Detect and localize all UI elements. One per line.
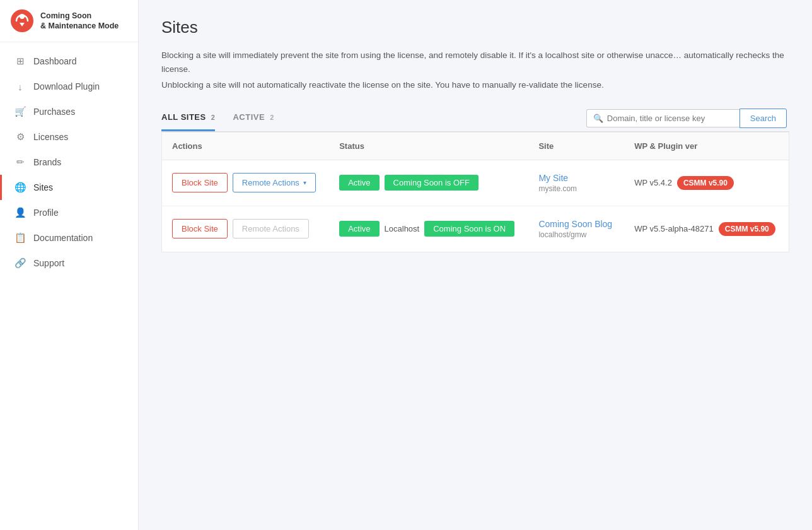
row2-site-cell: Coming Soon Blog localhost/gmw [528, 206, 624, 252]
dashboard-icon: ⊞ [14, 56, 26, 67]
description-1: Blocking a site will immediately prevent… [161, 49, 789, 76]
sidebar-item-documentation[interactable]: 📋 Documentation [0, 225, 138, 250]
row1-active-badge: Active [339, 175, 379, 191]
row2-site-link[interactable]: Coming Soon Blog [538, 219, 612, 229]
main-content: Sites Blocking a site will immediately p… [139, 0, 812, 530]
sidebar-item-label: Documentation [33, 233, 93, 243]
row1-actions-cell: Block Site Remote Actions ▾ [162, 160, 330, 206]
sidebar-item-dashboard[interactable]: ⊞ Dashboard [0, 49, 138, 74]
row1-remote-actions-button[interactable]: Remote Actions ▾ [233, 173, 316, 192]
sidebar-item-label: Brands [33, 157, 61, 167]
row1-status-cell: Active Coming Soon is OFF [329, 160, 528, 206]
tab-active-count: 2 [270, 114, 274, 121]
row1-site-cell: My Site mysite.com [528, 160, 624, 206]
page-title: Sites [161, 18, 789, 37]
tab-active-label: ACTIVE [233, 112, 265, 122]
row2-block-site-button[interactable]: Block Site [172, 219, 228, 238]
row2-coming-soon-badge: Coming Soon is ON [424, 221, 514, 237]
table-row: Block Site Remote Actions ▾ Active Comin… [162, 160, 789, 206]
row1-site-url: mysite.com [538, 184, 614, 193]
sidebar-item-label: Purchases [33, 107, 75, 117]
purchases-icon: 🛒 [14, 106, 26, 117]
download-icon: ↓ [14, 81, 26, 92]
row1-actions: Block Site Remote Actions ▾ [172, 173, 319, 192]
tab-all-sites[interactable]: ALL SITES 2 [161, 106, 215, 131]
row2-version: WP v5.5-alpha-48271 CSMM v5.90 [634, 222, 779, 236]
row1-coming-soon-badge: Coming Soon is OFF [385, 175, 478, 191]
sidebar-item-support[interactable]: 🔗 Support [0, 250, 138, 276]
sidebar-logo: Coming Soon & Maintenance Mode [0, 0, 138, 42]
sites-icon: 🌐 [14, 182, 26, 193]
content-area: Sites Blocking a site will immediately p… [139, 0, 812, 530]
row1-version: WP v5.4.2 CSMM v5.90 [634, 176, 779, 190]
row2-status: Active Localhost Coming Soon is ON [339, 221, 518, 237]
logo-line2: & Maintenance Mode [40, 21, 119, 31]
sidebar-item-label: Support [33, 258, 64, 268]
logo-line1: Coming Soon [40, 11, 119, 21]
sidebar-item-purchases[interactable]: 🛒 Purchases [0, 99, 138, 124]
row1-remote-label: Remote Actions [242, 178, 299, 187]
sidebar-item-label: Dashboard [33, 56, 77, 66]
search-area: 🔍 Search [586, 109, 787, 128]
search-input[interactable] [607, 114, 733, 123]
col-status: Status [329, 132, 528, 160]
row2-actions-cell: Block Site Remote Actions [162, 206, 330, 252]
profile-icon: 👤 [14, 207, 26, 218]
sidebar-item-sites[interactable]: 🌐 Sites [0, 175, 138, 200]
sidebar-item-licenses[interactable]: ⚙ Licenses [0, 124, 138, 150]
sidebar-item-label: Download Plugin [33, 81, 100, 91]
svg-point-0 [11, 9, 33, 32]
sites-table: Actions Status Site WP & Plugin ver Bloc… [161, 132, 789, 252]
row1-block-site-button[interactable]: Block Site [172, 173, 228, 192]
row2-csmm-badge: CSMM v5.90 [719, 222, 775, 236]
row1-status: Active Coming Soon is OFF [339, 175, 518, 191]
col-site: Site [528, 132, 624, 160]
tabs-row: ALL SITES 2 ACTIVE 2 🔍 Search [161, 106, 789, 132]
licenses-icon: ⚙ [14, 131, 26, 143]
search-icon: 🔍 [593, 114, 603, 123]
search-button[interactable]: Search [740, 109, 787, 128]
row2-actions: Block Site Remote Actions [172, 219, 319, 238]
tab-all-sites-count: 2 [211, 114, 216, 121]
sidebar-item-label: Profile [33, 208, 59, 218]
table-row: Block Site Remote Actions Active Localho… [162, 206, 789, 252]
sidebar-nav: ⊞ Dashboard ↓ Download Plugin 🛒 Purchase… [0, 42, 138, 530]
support-icon: 🔗 [14, 257, 26, 269]
sidebar: Coming Soon & Maintenance Mode ⊞ Dashboa… [0, 0, 139, 530]
sidebar-item-profile[interactable]: 👤 Profile [0, 200, 138, 225]
row1-ver-cell: WP v5.4.2 CSMM v5.90 [624, 160, 789, 206]
brands-icon: ✏ [14, 156, 26, 168]
documentation-icon: 📋 [14, 232, 26, 244]
row1-csmm-badge: CSMM v5.90 [677, 176, 734, 190]
search-input-wrap: 🔍 [586, 109, 740, 127]
row2-status-cell: Active Localhost Coming Soon is ON [329, 206, 528, 252]
row1-wp-ver: WP v5.4.2 [634, 178, 672, 187]
row2-wp-ver: WP v5.5-alpha-48271 [634, 224, 714, 233]
sidebar-item-label: Licenses [33, 132, 68, 142]
sidebar-item-download-plugin[interactable]: ↓ Download Plugin [0, 74, 138, 99]
tab-all-sites-label: ALL SITES [161, 112, 206, 122]
tab-active[interactable]: ACTIVE 2 [233, 106, 274, 131]
row1-site-link[interactable]: My Site [538, 173, 568, 183]
app-logo-icon [10, 9, 34, 33]
table-header-row: Actions Status Site WP & Plugin ver [162, 132, 789, 160]
row2-site-url: localhost/gmw [538, 230, 614, 239]
row2-remote-actions-button: Remote Actions [233, 219, 309, 238]
col-actions: Actions [162, 132, 330, 160]
row2-localhost-badge: Localhost [385, 224, 420, 233]
row2-active-badge: Active [339, 221, 379, 237]
sidebar-item-label: Sites [33, 182, 53, 192]
description-2: Unblocking a site will not automatically… [161, 78, 789, 92]
app-name: Coming Soon & Maintenance Mode [40, 11, 119, 32]
row2-ver-cell: WP v5.5-alpha-48271 CSMM v5.90 [624, 206, 789, 252]
col-wp-plugin-ver: WP & Plugin ver [624, 132, 789, 160]
svg-point-1 [20, 14, 25, 19]
chevron-down-icon: ▾ [303, 179, 306, 186]
sidebar-item-brands[interactable]: ✏ Brands [0, 150, 138, 175]
